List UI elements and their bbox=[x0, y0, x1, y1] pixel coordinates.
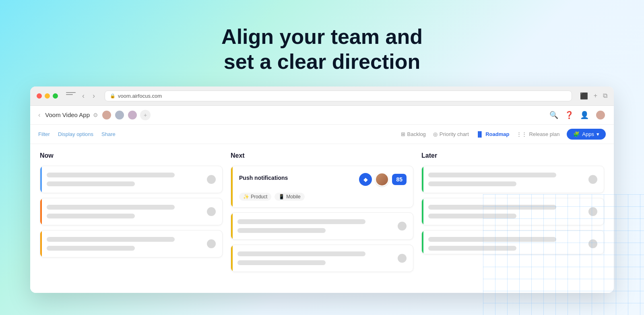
card-later-2[interactable] bbox=[421, 198, 604, 225]
card-push-notifications[interactable]: Push notifications ◆ 85 ✨ Product bbox=[231, 166, 413, 208]
card-title: Push notifications bbox=[239, 175, 288, 181]
tag-product: ✨ Product bbox=[239, 193, 271, 201]
forward-nav-button[interactable]: › bbox=[91, 91, 97, 101]
toolbar-left: Filter Display options Share bbox=[38, 131, 116, 137]
close-button[interactable] bbox=[37, 93, 42, 99]
user-avatar[interactable] bbox=[595, 110, 606, 120]
puzzle-icon: 🧩 bbox=[573, 131, 580, 137]
tag-mobile: 📱 Mobile bbox=[275, 193, 304, 201]
cast-icon[interactable]: ⬛ bbox=[580, 92, 588, 100]
card-content bbox=[47, 173, 207, 186]
card-content bbox=[428, 173, 588, 186]
column-later: Later bbox=[421, 152, 604, 285]
diamond-icon: ◆ bbox=[359, 173, 372, 186]
card-later-1[interactable] bbox=[421, 166, 604, 193]
card-content bbox=[47, 205, 207, 218]
avatar bbox=[101, 110, 112, 120]
sidebar-toggle-icon[interactable] bbox=[66, 92, 76, 99]
card-content bbox=[237, 219, 398, 233]
card-content bbox=[237, 251, 398, 265]
card-now-3[interactable] bbox=[40, 230, 223, 257]
column-next-title: Next bbox=[231, 152, 413, 159]
browser-chrome: ‹ › 🔒 voom.airfocus.com ⬛ + ⧉ bbox=[30, 86, 614, 106]
view-roadmap-button[interactable]: ▐▌ Roadmap bbox=[476, 131, 510, 137]
avatar-group: + bbox=[101, 110, 151, 120]
view-priority-chart-button[interactable]: ◎ Priority chart bbox=[433, 131, 469, 137]
card-tags: ✨ Product 📱 Mobile bbox=[239, 193, 407, 201]
app-back-button[interactable]: ‹ bbox=[38, 111, 40, 119]
maximize-button[interactable] bbox=[53, 93, 58, 99]
lock-icon: 🔒 bbox=[110, 93, 116, 99]
header-right-icons: 🔍 ❓ 👤 bbox=[549, 110, 606, 120]
hero-line2: set a clear direction bbox=[224, 50, 420, 73]
display-options-button[interactable]: Display options bbox=[58, 131, 93, 137]
filter-button[interactable]: Filter bbox=[38, 131, 50, 137]
chevron-down-icon: ▾ bbox=[597, 131, 599, 137]
roadmap-icon: ▐▌ bbox=[476, 131, 483, 137]
card-indicator bbox=[398, 254, 407, 263]
app-name: Voom Video App ⚙ bbox=[45, 111, 98, 118]
card-next-2[interactable] bbox=[231, 212, 413, 240]
new-tab-icon[interactable]: + bbox=[594, 92, 597, 100]
mobile-icon: 📱 bbox=[279, 194, 285, 200]
toolbar-right: ⊞ Backlog ◎ Priority chart ▐▌ Roadmap ⋮⋮… bbox=[401, 129, 606, 140]
traffic-lights bbox=[37, 93, 58, 99]
kanban-board: Now bbox=[30, 144, 614, 293]
card-indicator bbox=[207, 239, 216, 248]
column-now: Now bbox=[40, 152, 223, 285]
column-next: Next Push notifications ◆ 85 bbox=[231, 152, 413, 285]
skeleton-bar bbox=[428, 214, 516, 218]
skeleton-bar bbox=[428, 246, 516, 251]
search-icon[interactable]: 🔍 bbox=[549, 111, 558, 119]
skeleton-bar bbox=[47, 205, 175, 210]
hero-line1: Align your team and bbox=[221, 25, 423, 48]
card-content bbox=[428, 205, 588, 218]
skeleton-bar bbox=[237, 219, 365, 224]
skeleton-bar bbox=[47, 237, 175, 242]
card-indicator bbox=[588, 175, 597, 184]
copy-icon[interactable]: ⧉ bbox=[603, 92, 607, 100]
avatar bbox=[114, 110, 125, 120]
view-backlog-button[interactable]: ⊞ Backlog bbox=[401, 131, 426, 137]
share-button[interactable]: Share bbox=[101, 131, 116, 137]
skeleton-bar bbox=[428, 205, 556, 210]
skeleton-bar bbox=[47, 246, 135, 251]
avatar bbox=[127, 110, 138, 120]
add-member-button[interactable]: + bbox=[140, 110, 151, 120]
help-icon[interactable]: ❓ bbox=[565, 111, 574, 119]
card-indicator bbox=[207, 175, 216, 184]
minimize-button[interactable] bbox=[45, 93, 50, 99]
browser-actions: ⬛ + ⧉ bbox=[580, 92, 607, 100]
card-content bbox=[428, 237, 588, 251]
card-now-2[interactable] bbox=[40, 198, 223, 225]
column-later-title: Later bbox=[421, 152, 604, 159]
score-badge: 85 bbox=[392, 174, 407, 185]
card-indicator bbox=[207, 207, 216, 216]
assignee-avatar bbox=[375, 173, 389, 186]
card-later-3[interactable] bbox=[421, 230, 604, 254]
column-now-title: Now bbox=[40, 152, 223, 159]
sparkle-icon: ✨ bbox=[243, 194, 249, 200]
skeleton-bar bbox=[428, 237, 556, 242]
card-indicator bbox=[588, 207, 597, 216]
url-text: voom.airfocus.com bbox=[118, 93, 162, 99]
back-nav-button[interactable]: ‹ bbox=[80, 91, 86, 101]
card-content bbox=[47, 237, 207, 251]
settings-icon[interactable]: ⚙ bbox=[93, 112, 98, 118]
user-icon[interactable]: 👤 bbox=[580, 111, 589, 119]
address-bar[interactable]: 🔒 voom.airfocus.com bbox=[105, 91, 572, 101]
hero-section: Align your team and set a clear directio… bbox=[221, 24, 423, 74]
priority-chart-icon: ◎ bbox=[433, 131, 438, 137]
card-indicator bbox=[588, 239, 597, 248]
skeleton-bar bbox=[428, 173, 556, 177]
skeleton-bar bbox=[47, 181, 135, 186]
apps-button[interactable]: 🧩 Apps ▾ bbox=[567, 129, 606, 140]
view-release-plan-button[interactable]: ⋮⋮ Release plan bbox=[516, 131, 559, 137]
skeleton-bar bbox=[237, 251, 365, 256]
card-now-1[interactable] bbox=[40, 166, 223, 193]
browser-window: ‹ › 🔒 voom.airfocus.com ⬛ + ⧉ ‹ Voom Vid… bbox=[30, 86, 614, 293]
card-next-3[interactable] bbox=[231, 245, 413, 272]
skeleton-bar bbox=[237, 260, 326, 265]
skeleton-bar bbox=[47, 173, 175, 177]
skeleton-bar bbox=[237, 228, 326, 233]
